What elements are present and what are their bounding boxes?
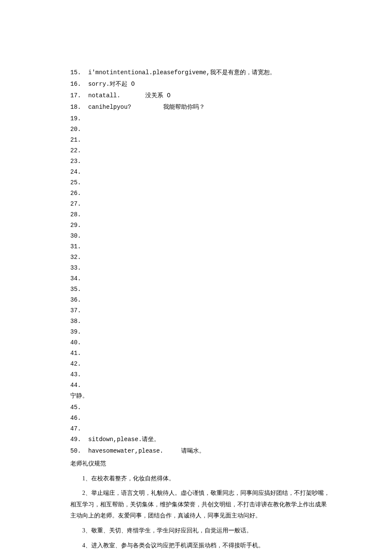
list-item: 42. xyxy=(70,360,332,369)
list-item: 18. canihelpyou? 我能帮助你吗？ xyxy=(70,103,332,112)
list-item: 47. xyxy=(70,424,332,433)
paragraph: 2、举止端庄，语言文明，礼貌待人。虚心谨慎，敬重同志，同事间应搞好团结，不打架吵… xyxy=(70,488,332,522)
list-item: 46. xyxy=(70,414,332,423)
list-item: 43. xyxy=(70,370,332,379)
list-item: 31. xyxy=(70,242,332,251)
list-item: 41. xyxy=(70,349,332,358)
list-item: 27. xyxy=(70,200,332,209)
list-item: 28. xyxy=(70,210,332,219)
list-item: 45. xyxy=(70,403,332,412)
list-item: 44. xyxy=(70,381,332,390)
list-item: 宁静。 xyxy=(70,392,332,401)
list-item: 20. xyxy=(70,125,332,134)
list-item: 39. xyxy=(70,328,332,337)
list-item: 36. xyxy=(70,296,332,305)
list-item: 49. sitdown,please.请坐。 xyxy=(70,435,332,444)
list-item: 23. xyxy=(70,157,332,166)
paragraph: 3、敬重、关切、疼惜学生，学生问好应回礼，自觉运用一般话。 xyxy=(70,525,332,537)
list-item: 24. xyxy=(70,168,332,177)
list-item: 30. xyxy=(70,232,332,241)
section-header: 老师礼仪规范 xyxy=(70,458,332,470)
list-item: 37. xyxy=(70,306,332,315)
list-item: 29. xyxy=(70,221,332,230)
paragraph: 4、进入教室、参与各类会议均应把手机调至振动档，不得接听手机。 xyxy=(70,540,332,552)
paragraph: 1、在校衣着整齐，化妆自然得体。 xyxy=(70,473,332,485)
list-item: 40. xyxy=(70,338,332,347)
list-item: 50. havesomewater,please. 请喝水。 xyxy=(70,447,332,456)
list-item: 26. xyxy=(70,189,332,198)
list-item: 19. xyxy=(70,114,332,123)
list-item: 35. xyxy=(70,285,332,294)
list-item: 15. i'mnotintentional.pleaseforgiveme,我不… xyxy=(70,68,332,77)
list-item: 22. xyxy=(70,146,332,155)
list-item: 34. xyxy=(70,274,332,283)
list-item: 32. xyxy=(70,253,332,262)
list-item: 38. xyxy=(70,317,332,326)
list-item: 17. notatall. 没关系 O xyxy=(70,91,332,100)
list-item: 25. xyxy=(70,178,332,187)
list-item: 33. xyxy=(70,264,332,273)
list-item: 21. xyxy=(70,136,332,145)
list-item: 16. sorry.对不起 O xyxy=(70,80,332,89)
